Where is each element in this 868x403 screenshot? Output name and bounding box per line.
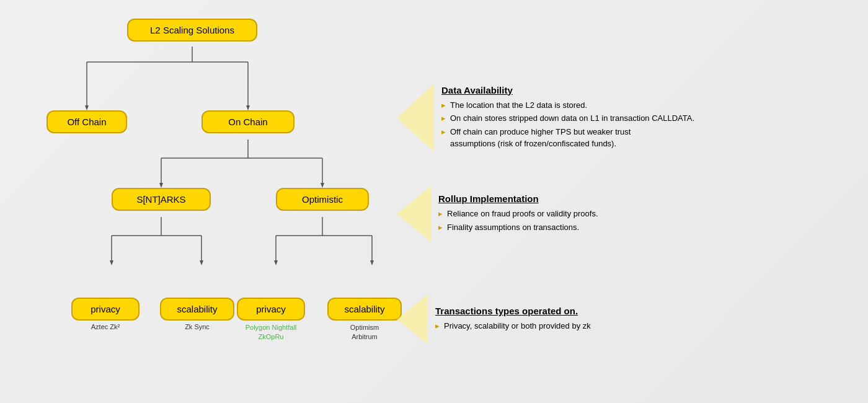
info-title-rollup: Rollup Implementation	[438, 193, 598, 204]
bullet-item: Reliance on fraud proofs or validity pro…	[438, 208, 598, 220]
node-privacy1: privacy	[71, 298, 140, 321]
sublabel-scalability2: Optimism Arbitrum	[327, 323, 402, 342]
beam-triangle-1	[397, 84, 434, 152]
info-title-availability: Data Availability	[441, 85, 694, 95]
info-bullets-rollup: Reliance on fraud proofs or validity pro…	[438, 208, 598, 233]
info-panel-data-availability: Data Availability The location that the …	[397, 84, 694, 152]
beam-triangle-3	[397, 294, 428, 344]
node-optimistic: Optimistic	[276, 188, 369, 211]
svg-marker-20	[200, 260, 203, 265]
diagram-container: L2 Scaling Solutions Off Chain On Chain …	[19, 12, 440, 391]
node-privacy2: privacy	[237, 298, 305, 321]
bullet-item: Off chain can produce higher TPS but wea…	[441, 126, 640, 150]
node-onchain: On Chain	[202, 110, 294, 133]
bullet-item: Privacy, scalability or both provided by…	[435, 320, 591, 332]
svg-marker-3	[85, 105, 89, 110]
node-offchain: Off Chain	[46, 110, 127, 133]
info-text-rollup: Rollup Implementation Reliance on fraud …	[431, 193, 598, 234]
svg-marker-10	[159, 183, 163, 188]
svg-marker-13	[321, 183, 324, 188]
info-panels: Data Availability The location that the …	[397, 9, 843, 394]
info-bullets-availability: The location that the L2 data is stored.…	[441, 99, 694, 150]
node-snarks: S[NT]ARKS	[112, 188, 211, 211]
info-title-transactions: Transactions types operated on.	[435, 306, 591, 316]
info-panel-transactions: Transactions types operated on. Privacy,…	[397, 294, 591, 344]
svg-marker-24	[274, 260, 278, 265]
svg-marker-6	[246, 105, 250, 110]
node-root: L2 Scaling Solutions	[127, 19, 257, 42]
node-scalability1: scalability	[160, 298, 234, 321]
node-scalability2: scalability	[327, 298, 402, 321]
beam-triangle-2	[397, 186, 431, 242]
info-bullets-transactions: Privacy, scalability or both provided by…	[435, 320, 591, 332]
sublabel-privacy1: Aztec Zk²	[71, 323, 140, 330]
info-text-transactions: Transactions types operated on. Privacy,…	[428, 306, 591, 334]
bullet-item: The location that the L2 data is stored.	[441, 99, 694, 112]
bullet-item: Finality assumptions on transactions.	[438, 221, 598, 234]
bullet-item: On chain stores stripped down data on L1…	[441, 112, 694, 125]
svg-marker-27	[370, 260, 374, 265]
info-panel-rollup: Rollup Implementation Reliance on fraud …	[397, 186, 598, 242]
sublabel-scalability1: Zk Sync	[160, 323, 234, 330]
sublabel-privacy2: Polygon Nightfall ZkOpRu	[237, 323, 305, 342]
info-text-availability: Data Availability The location that the …	[434, 85, 694, 151]
svg-marker-17	[110, 260, 113, 265]
